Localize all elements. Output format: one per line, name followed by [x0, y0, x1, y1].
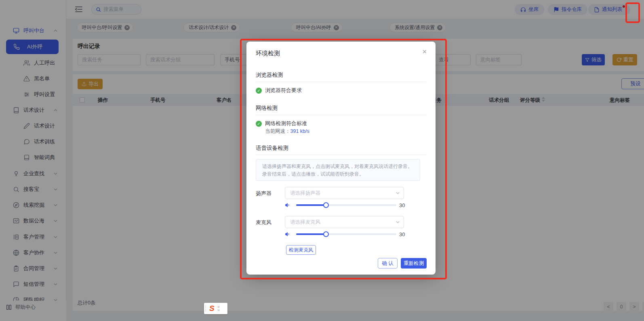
speaker-volume-slider-row [285, 202, 404, 208]
speaker-select-placeholder: 请选择扬声器 [290, 190, 320, 197]
confirm-button[interactable]: 确 认 [378, 258, 398, 269]
mic-volume-value: 30 [399, 231, 405, 237]
close-icon[interactable]: × [422, 48, 427, 55]
network-check-result: ✓ 网络检测符合标准 [256, 120, 307, 127]
divider [256, 155, 426, 155]
chevron-down-icon [396, 192, 400, 194]
speed-value: 391 kb/s [290, 128, 309, 134]
app-root: 呼叫中台 AI外呼 人工呼出 黑名单 呼叫设置 话术设计 话术设计 [0, 0, 644, 321]
divider [256, 115, 426, 115]
mic-label: 麦克风 [256, 219, 271, 226]
network-result-text: 网络检测符合标准 [265, 120, 307, 127]
mic-volume-slider-row [285, 231, 404, 237]
divider [256, 82, 426, 82]
network-speed-row: 当前网速：391 kb/s [265, 128, 309, 135]
check-circle-icon: ✓ [256, 88, 262, 94]
device-tip-line1: 请选择扬声器和麦克风，点击测试麦克风，对着麦克风说话进行录音。 [262, 163, 414, 170]
badge-letter-u: u [218, 308, 219, 312]
volume-icon [285, 202, 290, 208]
network-check-section-title: 网络检测 [256, 105, 278, 112]
speaker-label: 扬声器 [256, 190, 271, 197]
speaker-select[interactable]: 请选择扬声器 [285, 187, 404, 199]
drag-dots-icon [205, 306, 208, 311]
recheck-button[interactable]: 重新检测 [401, 258, 427, 269]
browser-check-section-title: 浏览器检测 [256, 71, 283, 79]
device-tip-line2: 录音结束后，请点击播放，试试能否听到录音。 [262, 170, 414, 178]
slider-handle[interactable] [323, 231, 329, 237]
mic-select-placeholder: 请选择麦克风 [290, 219, 320, 226]
device-check-section-title: 语音设备检测 [256, 145, 288, 152]
browser-extension-badge: S ou [204, 303, 227, 314]
device-tip-box: 请选择扬声器和麦克风，点击测试麦克风，对着麦克风说话进行录音。 录音结束后，请点… [256, 159, 420, 181]
environment-check-dialog: 环境检测 × 浏览器检测 ✓ 浏览器符合要求 网络检测 ✓ 网络检测符合标准 当… [246, 42, 436, 275]
speed-label: 当前网速： [265, 128, 290, 134]
browser-result-text: 浏览器符合要求 [265, 87, 302, 94]
slider-fill [296, 233, 326, 235]
volume-icon [285, 231, 290, 237]
check-circle-icon: ✓ [256, 121, 262, 127]
dialog-title: 环境检测 [256, 50, 280, 57]
slider-fill [296, 204, 326, 206]
test-mic-button[interactable]: 检测麦克风 [286, 245, 316, 255]
chevron-down-icon [396, 221, 400, 223]
slider-handle[interactable] [323, 202, 329, 208]
browser-check-result: ✓ 浏览器符合要求 [256, 87, 302, 94]
mic-volume-slider[interactable] [296, 233, 396, 235]
speaker-volume-value: 30 [399, 202, 405, 208]
badge-letters: ou [218, 305, 219, 312]
s-logo-icon: S [209, 304, 215, 313]
mic-select[interactable]: 请选择麦克风 [285, 216, 404, 228]
speaker-volume-slider[interactable] [296, 204, 396, 206]
